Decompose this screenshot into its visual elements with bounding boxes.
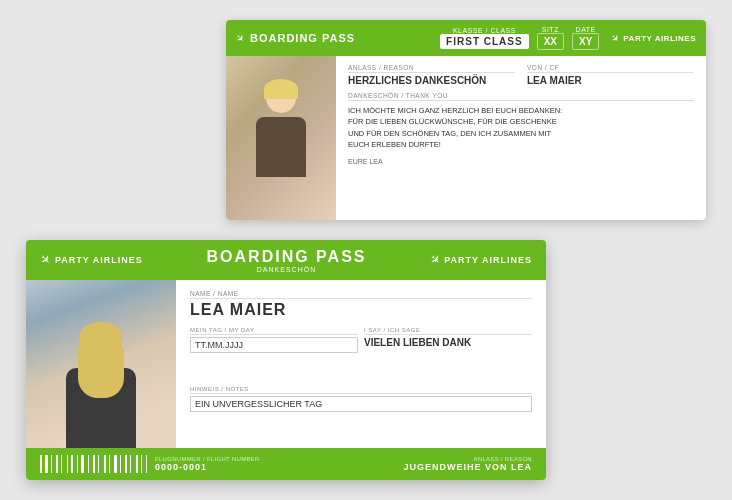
name-label-back: VON / CF xyxy=(527,64,694,73)
class-tiny-label: KLASSE / CLASS xyxy=(453,27,516,34)
front-footer: FLUGNUMMER / FLIGHT NUMBER 0000-0001 ANL… xyxy=(26,448,546,480)
person-body-back xyxy=(256,117,306,177)
back-photo-inner xyxy=(226,56,336,220)
signature: EURE LEA xyxy=(348,158,694,165)
person-silhouette-back xyxy=(246,83,316,193)
front-header: ✈ PARTY AIRLINES BOARDING PASS DANKESCHÖ… xyxy=(26,240,546,280)
seat-group: SITZ XX xyxy=(537,26,564,50)
seat-value: XX xyxy=(537,33,564,50)
anlass-group: ANLASS / REASON HERZLICHES DANKESCHÖN xyxy=(348,64,515,86)
seat-tiny-label: SITZ xyxy=(542,26,559,33)
plane-icon-front-left: ✈ xyxy=(37,252,54,269)
airline-logo-back: ✈ PARTY AIRLINES xyxy=(611,33,696,44)
boarding-pass-label-back: BOARDING PASS xyxy=(250,32,355,44)
back-content: ANLASS / REASON HERZLICHES DANKESCHÖN VO… xyxy=(336,56,706,220)
back-body: ANLASS / REASON HERZLICHES DANKESCHÖN VO… xyxy=(226,56,706,220)
barcode xyxy=(40,455,147,473)
boarding-pass-title-front: BOARDING PASS xyxy=(207,248,367,265)
front-right-content: NAME / NAME LEA MAIER MEIN TAG / MY DAY … xyxy=(176,280,546,448)
message-group: DANKESCHÖN / THANK YOU ICH MÖCHTE MICH G… xyxy=(348,92,694,150)
plane-icon-back-right: ✈ xyxy=(609,31,622,44)
plane-icon-back: ✈ xyxy=(233,31,246,44)
name-group: VON / CF LEA MAIER xyxy=(527,64,694,86)
date-value-front: TT.MM.JJJJ xyxy=(190,337,358,353)
occasion-value: JUGENDWEIHE VON LEA xyxy=(403,462,532,472)
boarding-pass-subtitle: DANKESCHÖN xyxy=(143,266,430,273)
airline-name-front-left: PARTY AIRLINES xyxy=(55,255,143,265)
first-class-value: FIRST CLASS xyxy=(440,34,529,49)
back-photo xyxy=(226,56,336,220)
flight-number-value: 0000-0001 xyxy=(155,462,260,472)
name-field-row: ANLASS / REASON HERZLICHES DANKESCHÖN VO… xyxy=(348,64,694,86)
front-body: NAME / NAME LEA MAIER MEIN TAG / MY DAY … xyxy=(26,280,546,448)
airline-logo-front-right: ✈ PARTY AIRLINES xyxy=(430,253,532,267)
plane-icon-front-right: ✈ xyxy=(427,252,444,269)
person-head-front xyxy=(82,328,120,366)
anlass-value: HERZLICHES DANKESCHÖN xyxy=(348,75,515,86)
back-header: ✈ BOARDING PASS KLASSE / CLASS FIRST CLA… xyxy=(226,20,706,56)
note-value-front: EIN UNVERGESSLICHER TAG xyxy=(190,396,532,412)
person-head-back xyxy=(266,83,296,113)
airline-name-back: PARTY AIRLINES xyxy=(623,34,696,43)
date-label-front: MEIN TAG / MY DAY xyxy=(190,327,358,335)
name-value-front: LEA MAIER xyxy=(190,301,532,319)
anlass-label: ANLASS / REASON xyxy=(348,64,515,73)
front-photo xyxy=(26,280,176,448)
name-row-front: NAME / NAME LEA MAIER xyxy=(190,290,532,319)
class-group: KLASSE / CLASS FIRST CLASS xyxy=(440,27,529,49)
boarding-title-center: BOARDING PASS DANKESCHÖN xyxy=(143,248,430,273)
say-value-front: VIELEN LIEBEN DANK xyxy=(364,337,532,348)
say-item: I SAY / ICH SAGE VIELEN LIEBEN DANK xyxy=(364,327,532,380)
date-tiny-label: DATE xyxy=(576,26,596,33)
airline-text-left: PARTY AIRLINES xyxy=(55,255,143,265)
barcode-section: FLUGNUMMER / FLIGHT NUMBER 0000-0001 xyxy=(40,455,260,473)
person-hair-long xyxy=(78,348,124,398)
back-card: ✈ BOARDING PASS KLASSE / CLASS FIRST CLA… xyxy=(226,20,706,220)
name-label-front: NAME / NAME xyxy=(190,290,532,299)
name-value-back: LEA MAIER xyxy=(527,75,694,86)
airline-name-front-right: PARTY AIRLINES xyxy=(444,255,532,265)
airline-logo-front-left: ✈ PARTY AIRLINES xyxy=(40,253,143,267)
person-hair-front xyxy=(80,322,122,348)
date-value: XY xyxy=(572,33,599,50)
date-group: DATE XY xyxy=(572,26,599,50)
person-hair-back xyxy=(264,79,298,99)
date-item: MEIN TAG / MY DAY TT.MM.JJJJ xyxy=(190,327,358,380)
front-photo-area xyxy=(26,280,176,448)
class-section: KLASSE / CLASS FIRST CLASS SITZ XX DATE … xyxy=(440,26,599,50)
back-header-left: ✈ BOARDING PASS xyxy=(236,32,355,44)
message-text: ICH MÖCHTE MICH GANZ HERZLICH BEI EUCH B… xyxy=(348,105,694,150)
details-grid: MEIN TAG / MY DAY TT.MM.JJJJ I SAY / ICH… xyxy=(190,327,532,438)
barcode-label-group: FLUGNUMMER / FLIGHT NUMBER 0000-0001 xyxy=(155,456,260,472)
danke-label: DANKESCHÖN / THANK YOU xyxy=(348,92,694,101)
scene: ✈ BOARDING PASS KLASSE / CLASS FIRST CLA… xyxy=(26,20,706,480)
note-item: HINWEIS / NOTES EIN UNVERGESSLICHER TAG xyxy=(190,386,532,439)
person-front xyxy=(66,328,136,448)
say-label-front: I SAY / ICH SAGE xyxy=(364,327,532,335)
footer-right: ANLASS / REASON JUGENDWEIHE VON LEA xyxy=(403,456,532,472)
front-card: ✈ PARTY AIRLINES BOARDING PASS DANKESCHÖ… xyxy=(26,240,546,480)
note-label-front: HINWEIS / NOTES xyxy=(190,386,532,394)
